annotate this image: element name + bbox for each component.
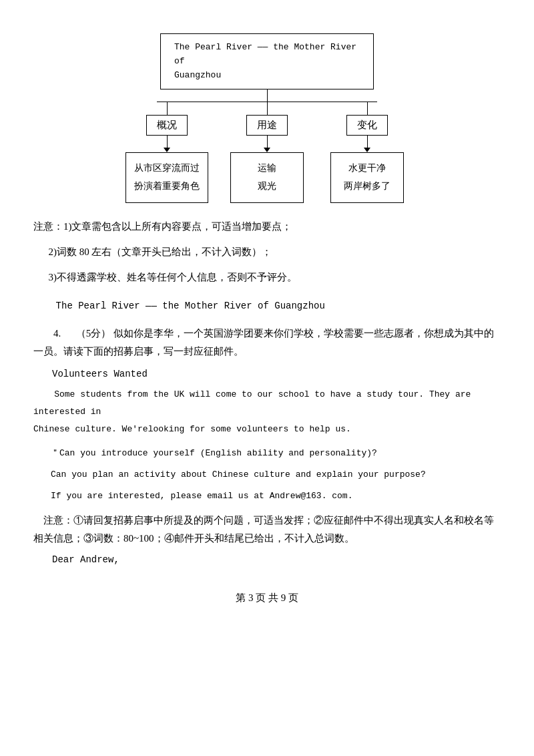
branch3-label-box: 变化	[346, 115, 388, 136]
branch2-label: 用途	[257, 120, 277, 130]
note-1-text: 1)文章需包含以上所有内容要点，可适当增加要点；	[63, 221, 292, 232]
note-item-3: 3)不得透露学校、姓名等任何个人信息，否则不予评分。	[33, 267, 501, 287]
branch3-label: 变化	[357, 120, 377, 130]
diagram-top-line1: The Pearl River —— the Mother River of	[174, 42, 356, 66]
diagram-section: The Pearl River —— the Mother River of G…	[40, 33, 494, 203]
branch3-content-line2: 两岸树多了	[344, 181, 390, 191]
note-item-1: 注意：1)文章需包含以上所有内容要点，可适当增加要点；	[33, 216, 501, 236]
branch1-arrow-line	[167, 136, 168, 148]
branch2-arrow	[264, 136, 270, 152]
branch2-content: 运输 观光	[230, 152, 304, 202]
question-number: 4.	[53, 328, 61, 339]
volunteers-q3-text: If you are interested, please email us a…	[51, 491, 352, 501]
diagram-branch-1: 概况 从市区穿流而过 扮演着重要角色	[123, 102, 210, 202]
branch3-content: 水更干净 两岸树多了	[330, 152, 404, 202]
bottom-note-text: 注意：①请回复招募启事中所提及的两个问题，可适当发挥；②应征邮件中不得出现真实人…	[33, 515, 494, 544]
volunteers-q1: ＂Can you introduce yourself (English abi…	[51, 445, 501, 462]
diagram-branch-2: 用途 运输 观光	[224, 102, 310, 202]
question-4-section: 4. （5分） 似如你是李华，一个英国游学团要来你们学校，学校需要一些志愿者，你…	[33, 325, 501, 565]
note-item-2: 2)词数 80 左右（文章开头已给出，不计入词数）；	[33, 242, 501, 262]
diagram-branch-3: 变化 水更干净 两岸树多了	[324, 102, 411, 202]
branch3-content-line1: 水更干净	[348, 163, 386, 173]
branch1-label: 概况	[157, 120, 177, 130]
volunteers-para: Some students from the UK will come to o…	[33, 386, 501, 438]
branch2-content-line2: 观光	[258, 181, 276, 191]
volunteers-q2-text: Can you plan an activity about Chinese c…	[51, 469, 426, 480]
branch1-content-line1: 从市区穿流而过	[134, 163, 200, 173]
question-4-header: 4. （5分） 似如你是李华，一个英国游学团要来你们学校，学校需要一些志愿者，你…	[33, 325, 501, 361]
note-3-text: 3)不得透露学校、姓名等任何个人信息，否则不予评分。	[49, 272, 298, 282]
branch1-arrow	[164, 136, 170, 152]
branch1-content-line2: 扮演着重要角色	[134, 181, 200, 191]
branch1-label-box: 概况	[146, 115, 188, 136]
branch3-arrow	[364, 136, 370, 152]
branch2-top-line	[267, 102, 268, 115]
note-2-text: 2)词数 80 左右（文章开头已给出，不计入词数）；	[49, 246, 272, 257]
pearl-river-text: The Pearl River —— the Mother River of G…	[56, 301, 325, 311]
diagram-top-line2: Guangzhou	[174, 70, 221, 80]
branch3-top-line	[367, 102, 368, 115]
dear-andrew: Dear Andrew,	[52, 554, 501, 565]
volunteers-para1: Some students from the UK will come to o…	[33, 389, 471, 417]
diagram-top-box: The Pearl River —— the Mother River of G…	[160, 33, 374, 89]
note-label: 注意：	[33, 221, 63, 232]
branch2-arrow-head	[264, 148, 270, 152]
page-footer: 第 3 页 共 9 页	[33, 592, 501, 604]
volunteers-q3: If you are interested, please email us a…	[51, 488, 501, 505]
volunteers-title-text: Volunteers Wanted	[52, 369, 148, 379]
volunteers-para2: Chinese culture. We'relooking for some v…	[33, 424, 351, 434]
diagram-top-vertical	[267, 89, 268, 102]
volunteers-title: Volunteers Wanted	[52, 369, 501, 379]
branch3-arrow-line	[367, 136, 368, 148]
pearl-river-title: The Pearl River —— the Mother River of G…	[33, 301, 501, 311]
branch2-content-line1: 运输	[258, 163, 276, 173]
question-score: （5分）	[76, 328, 111, 339]
page-number: 第 3 页 共 9 页	[236, 592, 298, 603]
notes-section: 注意：1)文章需包含以上所有内容要点，可适当增加要点； 2)词数 80 左右（文…	[33, 216, 501, 287]
branch1-content: 从市区穿流而过 扮演着重要角色	[125, 152, 208, 202]
branch1-arrow-head	[164, 148, 170, 152]
bottom-note: 注意：①请回复招募启事中所提及的两个问题，可适当发挥；②应征邮件中不得出现真实人…	[33, 512, 501, 548]
branch2-arrow-line	[267, 136, 268, 148]
dear-andrew-text: Dear Andrew,	[52, 554, 119, 565]
diagram-branch-row: 概况 从市区穿流而过 扮演着重要角色 用途 运输 观光	[123, 102, 411, 202]
diagram-horizontal-line	[157, 102, 377, 102]
volunteers-q1-text: ＂Can you introduce yourself (English abi…	[51, 448, 377, 458]
volunteers-q2: Can you plan an activity about Chinese c…	[51, 466, 501, 484]
branch2-label-box: 用途	[246, 115, 288, 136]
branch1-top-line	[167, 102, 168, 115]
branch3-arrow-head	[364, 148, 370, 152]
